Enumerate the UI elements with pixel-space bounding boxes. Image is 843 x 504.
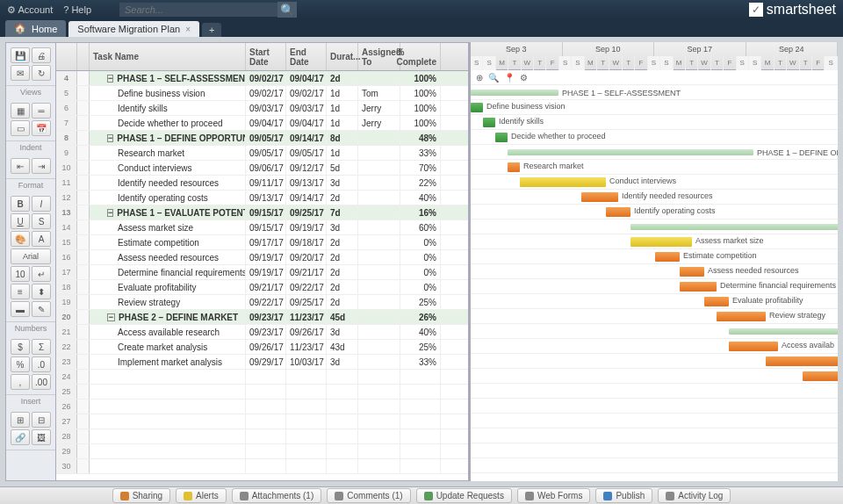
cell-task[interactable]: Access available research [90, 325, 246, 339]
cell-pct[interactable]: 100% [400, 101, 441, 115]
gantt-bar[interactable]: PHASE 1 – DEFINE OPPORTUNITY [508, 149, 753, 155]
indent-icon[interactable]: ⇥ [32, 158, 51, 174]
gantt-bar[interactable] [729, 328, 838, 335]
cell-task[interactable]: −PHASE 1 – SELF-ASSESSMENT [90, 71, 246, 85]
row-extra[interactable] [77, 414, 90, 428]
cell-start[interactable] [246, 414, 286, 428]
bottom-button[interactable]: Update Requests [416, 488, 512, 503]
row-extra[interactable] [77, 116, 90, 130]
table-row[interactable]: 21Access available research09/23/1709/26… [56, 325, 468, 340]
decimal-icon[interactable]: .0 [32, 356, 51, 372]
fill-icon[interactable]: ▬ [11, 301, 30, 317]
italic-icon[interactable]: I [32, 196, 51, 212]
cell-pct[interactable]: 25% [400, 340, 441, 354]
cell-pct[interactable]: 70% [400, 161, 441, 175]
table-row[interactable]: 26 [56, 400, 468, 414]
cell-end[interactable]: 09/20/17 [286, 250, 327, 264]
gantt-bar[interactable]: Define business vision [471, 103, 483, 112]
col-pct[interactable]: % Complete [400, 43, 441, 70]
table-row[interactable]: 28 [56, 429, 468, 444]
percent-icon[interactable]: % [11, 356, 30, 372]
row-number[interactable]: 20 [56, 310, 77, 324]
mail-icon[interactable]: ✉ [11, 65, 30, 81]
cell-pct[interactable]: 0% [400, 250, 441, 264]
insert-col-icon[interactable]: ⊟ [32, 412, 51, 428]
table-row[interactable]: 16Assess needed resources09/19/1709/20/1… [56, 250, 468, 265]
cell-pct[interactable]: 40% [400, 191, 441, 205]
gantt-bar[interactable]: Assess market size [630, 237, 692, 247]
tab-active[interactable]: Software Migration Plan× [68, 21, 199, 37]
wrap-icon[interactable]: ↵ [32, 266, 51, 282]
gantt-bar[interactable]: Identify needed resources [581, 192, 618, 202]
fontsize-select[interactable]: 10 [11, 266, 30, 282]
cell-task[interactable]: Identify skills [90, 101, 246, 115]
col-assigned[interactable]: Assigned To [358, 43, 400, 70]
collapse-icon[interactable]: − [107, 209, 113, 217]
cell-end[interactable]: 09/03/17 [286, 101, 327, 115]
zoom-out-icon[interactable]: 🔍 [488, 73, 499, 83]
row-number[interactable]: 5 [56, 86, 77, 100]
cell-dur[interactable]: 3d [327, 325, 358, 339]
row-extra[interactable] [77, 220, 90, 234]
cell-start[interactable] [246, 400, 286, 414]
collapse-icon[interactable]: − [107, 313, 115, 321]
cell-assigned[interactable] [358, 444, 400, 458]
table-row[interactable]: 5Define business vision09/02/1709/02/171… [56, 86, 468, 101]
gantt-bar[interactable]: Determine financial requirements [680, 282, 717, 292]
row-number[interactable]: 9 [56, 146, 77, 160]
gantt-view-icon[interactable]: ═ [32, 103, 51, 119]
cell-start[interactable]: 09/19/17 [246, 265, 286, 279]
row-extra[interactable] [77, 355, 90, 369]
table-row[interactable]: 12Identify operating costs09/13/1709/14/… [56, 191, 468, 205]
cell-dur[interactable]: 2d [327, 265, 358, 279]
row-number[interactable]: 17 [56, 265, 77, 279]
cell-assigned[interactable] [358, 220, 400, 234]
account-link[interactable]: ⚙ Account [7, 4, 53, 16]
cell-start[interactable]: 09/15/17 [246, 220, 286, 234]
cell-end[interactable]: 11/23/17 [286, 340, 327, 354]
decimal2-icon[interactable]: .00 [32, 374, 51, 390]
search-input[interactable] [119, 3, 277, 17]
zoom-fit-icon[interactable]: ⊕ [476, 73, 483, 83]
cell-dur[interactable] [327, 459, 358, 473]
table-row[interactable]: 22Create market analysis09/26/1711/23/17… [56, 340, 468, 355]
cell-dur[interactable]: 7d [327, 205, 358, 220]
collapse-icon[interactable]: − [107, 134, 113, 142]
cell-dur[interactable]: 3d [327, 220, 358, 234]
row-number[interactable]: 13 [56, 205, 77, 220]
cell-end[interactable]: 10/03/17 [286, 355, 327, 369]
cell-task[interactable] [90, 414, 246, 428]
cell-task[interactable]: Implement market analysis [90, 355, 246, 369]
cell-task[interactable]: Review strategy [90, 295, 246, 309]
cell-start[interactable]: 09/23/17 [246, 310, 286, 324]
cell-end[interactable] [286, 414, 327, 428]
cell-end[interactable]: 09/14/17 [286, 191, 327, 205]
cell-dur[interactable]: 2d [327, 235, 358, 249]
cell-task[interactable]: −PHASE 1 – DEFINE OPPORTUNITY [90, 131, 246, 145]
row-extra[interactable] [77, 131, 90, 145]
bold-icon[interactable]: B [11, 196, 30, 212]
calendar-view-icon[interactable]: 📅 [32, 120, 51, 136]
cell-dur[interactable]: 2d [327, 191, 358, 205]
currency-icon[interactable]: $ [11, 339, 30, 355]
row-extra[interactable] [77, 400, 90, 414]
row-number[interactable]: 18 [56, 280, 77, 294]
row-number[interactable]: 10 [56, 161, 77, 175]
cell-assigned[interactable] [358, 146, 400, 160]
row-number[interactable]: 11 [56, 176, 77, 190]
row-number[interactable]: 15 [56, 235, 77, 249]
cell-task[interactable]: Identify needed resources [90, 176, 246, 190]
cell-start[interactable]: 09/17/17 [246, 235, 286, 249]
table-row[interactable]: 24 [56, 370, 468, 385]
row-extra[interactable] [77, 250, 90, 264]
cell-start[interactable]: 09/29/17 [246, 355, 286, 369]
bottom-button[interactable]: Activity Log [658, 488, 731, 503]
table-row[interactable]: 19Review strategy09/22/1709/25/172d25% [56, 295, 468, 310]
row-number[interactable]: 12 [56, 191, 77, 205]
cell-dur[interactable]: 45d [327, 310, 358, 324]
cell-pct[interactable]: 0% [400, 265, 441, 279]
cell-pct[interactable] [400, 385, 441, 399]
cell-end[interactable] [286, 429, 327, 443]
cell-start[interactable]: 09/04/17 [246, 116, 286, 130]
row-number[interactable]: 7 [56, 116, 77, 130]
